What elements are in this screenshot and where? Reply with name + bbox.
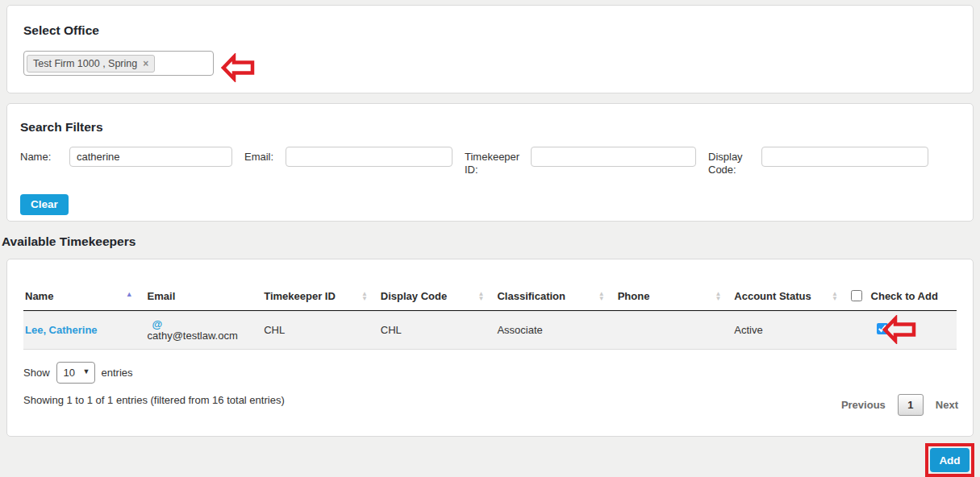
pagination-next[interactable]: Next: [936, 399, 958, 411]
column-header-timekeeper-id[interactable]: Timekeeper ID ▲▼: [262, 282, 379, 311]
selected-office-tag-label: Test Firm 1000 , Spring: [33, 58, 137, 69]
timekeeper-id-filter-label: Timekeeper ID:: [465, 147, 531, 177]
table-row: Lee, Catherine @ cathy@testlaw.ocm CHL C…: [23, 311, 957, 350]
pagination: Previous 1 Next: [841, 394, 958, 416]
timekeeper-name-link[interactable]: Lee, Catherine: [25, 324, 98, 336]
cell-email: @ cathy@testlaw.ocm: [146, 311, 263, 350]
name-filter-input[interactable]: [69, 147, 232, 167]
cell-timekeeper-id: CHL: [262, 311, 379, 350]
pagination-page-1[interactable]: 1: [898, 394, 924, 416]
select-office-card: Select Office Test Firm 1000 , Spring ×: [6, 5, 974, 93]
timekeepers-table: Name ▲ Email Timekeeper ID ▲▼ Display Co…: [23, 282, 957, 350]
remove-tag-icon[interactable]: ×: [143, 59, 148, 68]
display-code-filter-label: Display Code:: [708, 147, 761, 177]
page-size-select-wrap: 10 ▼: [56, 362, 95, 384]
table-length-controls: Show 10 ▼ entries: [23, 362, 957, 384]
column-header-account-status[interactable]: Account Status ▲▼: [732, 282, 849, 311]
email-filter-input[interactable]: [286, 147, 452, 167]
table-header-row: Name ▲ Email Timekeeper ID ▲▼ Display Co…: [23, 282, 957, 311]
timekeepers-table-card: Name ▲ Email Timekeeper ID ▲▼ Display Co…: [6, 259, 974, 437]
annotation-highlight-box: Add: [925, 443, 974, 477]
timekeeper-id-filter-input[interactable]: [531, 147, 696, 167]
cell-display-code: CHL: [379, 311, 496, 350]
column-header-classification[interactable]: Classification ▲▼: [495, 282, 615, 311]
email-address: cathy@testlaw.ocm: [148, 330, 247, 342]
column-header-name[interactable]: Name ▲: [23, 282, 146, 311]
filters-row: Name: Email: Timekeeper ID: Display Code…: [20, 147, 960, 177]
search-filters-card: Search Filters Name: Email: Timekeeper I…: [6, 103, 974, 222]
column-header-check-to-add: Check to Add: [849, 282, 957, 311]
clear-button[interactable]: Clear: [20, 194, 69, 215]
cell-account-status: Active: [732, 311, 849, 350]
check-to-add-checkbox[interactable]: [877, 323, 888, 334]
column-header-phone[interactable]: Phone ▲▼: [616, 282, 733, 311]
column-header-email: Email: [146, 282, 263, 311]
sort-both-icon: ▲▼: [478, 291, 485, 301]
available-timekeepers-title: Available Timekeepers: [2, 234, 136, 249]
table-status-text: Showing 1 to 1 of 1 entries (filtered fr…: [23, 394, 957, 406]
sort-ascending-icon: ▲: [126, 290, 133, 298]
add-button[interactable]: Add: [930, 448, 970, 472]
page-size-select[interactable]: 10: [56, 362, 95, 384]
pagination-previous[interactable]: Previous: [841, 399, 886, 411]
cell-phone: [616, 311, 733, 350]
search-filters-title: Search Filters: [20, 120, 960, 135]
select-office-title: Select Office: [23, 23, 957, 38]
name-filter-label: Name:: [20, 147, 69, 164]
office-select-input[interactable]: Test Firm 1000 , Spring ×: [23, 51, 214, 76]
entries-label: entries: [102, 367, 133, 379]
email-filter-label: Email:: [244, 147, 286, 164]
sort-both-icon: ▲▼: [598, 291, 605, 301]
cell-name: Lee, Catherine: [23, 311, 146, 350]
check-all-checkbox[interactable]: [851, 290, 862, 301]
email-at-icon: @: [148, 319, 247, 330]
display-code-filter-input[interactable]: [761, 147, 928, 167]
sort-both-icon: ▲▼: [832, 291, 838, 301]
sort-both-icon: ▲▼: [715, 291, 721, 301]
show-label: Show: [23, 367, 50, 379]
cell-check-to-add: [849, 311, 957, 350]
sort-both-icon: ▲▼: [361, 291, 368, 301]
selected-office-tag: Test Firm 1000 , Spring ×: [27, 55, 155, 73]
column-header-display-code[interactable]: Display Code ▲▼: [379, 282, 496, 311]
cell-classification: Associate: [495, 311, 615, 350]
